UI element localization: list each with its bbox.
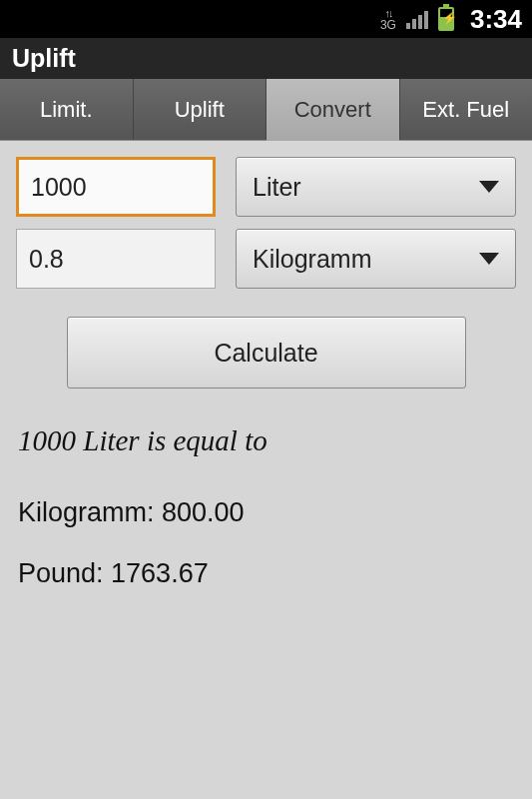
unit2-label: Kilogramm xyxy=(253,245,371,274)
chevron-down-icon xyxy=(479,181,499,193)
network-3g-icon: ↑↓ 3G xyxy=(380,8,396,31)
density-input[interactable] xyxy=(16,229,216,289)
unit2-dropdown[interactable]: Kilogramm xyxy=(236,229,516,289)
tab-convert[interactable]: Convert xyxy=(266,79,400,140)
status-bar: ↑↓ 3G ⚡ 3:34 xyxy=(0,0,532,38)
battery-icon: ⚡ xyxy=(438,7,454,31)
content-area: Liter Kilogramm Calculate 1000 Liter is … xyxy=(0,141,532,605)
unit1-dropdown[interactable]: Liter xyxy=(236,157,516,217)
unit1-label: Liter xyxy=(253,173,301,202)
signal-icon xyxy=(406,9,428,29)
result-kg: Kilogramm: 800.00 xyxy=(16,497,516,528)
amount-input[interactable] xyxy=(16,157,216,217)
tab-ext-fuel[interactable]: Ext. Fuel xyxy=(400,79,533,140)
row-density: Kilogramm xyxy=(16,229,516,289)
equal-line: 1000 Liter is equal to xyxy=(16,424,516,457)
result-lb: Pound: 1763.67 xyxy=(16,558,516,589)
tab-bar: Limit. Uplift Convert Ext. Fuel xyxy=(0,79,532,141)
tab-uplift[interactable]: Uplift xyxy=(134,79,267,140)
calculate-button[interactable]: Calculate xyxy=(67,317,466,389)
row-amount: Liter xyxy=(16,157,516,217)
chevron-down-icon xyxy=(479,253,499,265)
app-title: Uplift xyxy=(0,38,532,79)
clock: 3:34 xyxy=(470,4,522,35)
tab-limit[interactable]: Limit. xyxy=(0,79,134,140)
